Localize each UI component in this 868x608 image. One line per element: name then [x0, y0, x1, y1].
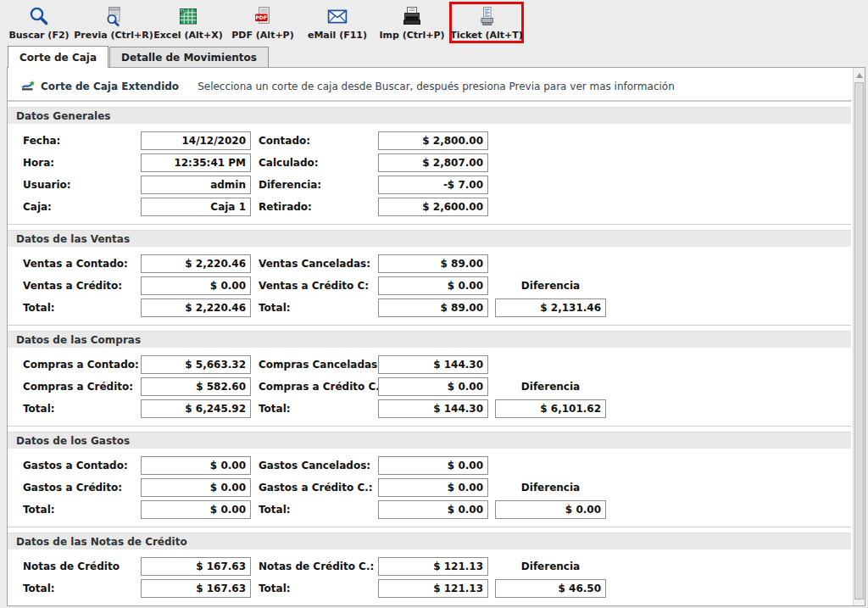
label-ventas-a-credito-c: Ventas a Crédito C: — [259, 280, 378, 292]
label-total: Total: — [259, 302, 378, 314]
field-diferencia[interactable]: $ 2,131.46 — [495, 298, 606, 317]
toolbar-button-email[interactable]: eMail (F11) — [300, 2, 375, 43]
field-caja[interactable]: Caja 1 — [141, 198, 251, 216]
label-diferencia: Diferencia — [495, 561, 606, 572]
field-ventas-a-credito-c[interactable]: $ 0.00 — [378, 276, 488, 295]
data-row: Total:$ 6,245.92Total:$ 144.30$ 6,101.62 — [8, 398, 851, 420]
section-separator — [8, 325, 851, 326]
label-total: Total: — [259, 403, 378, 415]
field-total[interactable]: $ 0.00 — [141, 500, 251, 519]
label-compras-canceladas: Compras Canceladas: — [259, 359, 378, 371]
toolbar-button-label: eMail (F11) — [308, 30, 367, 41]
data-row: Compras a Contado:$ 5,663.32Compras Canc… — [8, 354, 851, 376]
label-retirado: Retirado: — [259, 201, 378, 213]
field-ventas-a-contado[interactable]: $ 2,220.46 — [141, 254, 251, 273]
field-usuario[interactable]: admin — [141, 176, 251, 194]
toolbar-button-ticket[interactable]: Ticket (Alt+T) — [449, 2, 524, 43]
scrollbar-thumb[interactable] — [854, 82, 864, 600]
label-contado: Contado: — [259, 135, 378, 147]
field-retirado[interactable]: $ 2,600.00 — [378, 198, 488, 216]
label-total: Total: — [259, 504, 378, 516]
field-compras-a-contado[interactable]: $ 5,663.32 — [141, 355, 251, 374]
label-notas-de-credito-c: Notas de Crédito C.: — [259, 561, 378, 572]
data-row: Total:$ 167.63Total:$ 121.13$ 46.50 — [8, 577, 851, 600]
field-diferencia[interactable]: $ 46.50 — [495, 579, 606, 598]
data-row: Ventas a Crédito:$ 0.00Ventas a Crédito … — [8, 275, 851, 297]
label-gastos-a-credito-c: Gastos a Crédito C.: — [259, 482, 378, 494]
label-calculado: Calculado: — [259, 157, 378, 169]
page-title: Corte de Caja Extendido — [41, 81, 179, 92]
label-diferencia: Diferencia — [495, 482, 606, 494]
field-gastos-a-credito-c[interactable]: $ 0.00 — [378, 478, 488, 497]
label-gastos-a-credito: Gastos a Crédito: — [23, 482, 141, 494]
section-rows: Gastos a Contado:$ 0.00Gastos Cancelados… — [8, 449, 851, 527]
toolbar-button-label: Excel (Alt+X) — [153, 30, 223, 41]
ticket-icon — [476, 5, 498, 29]
field-diferencia[interactable]: $ 0.00 — [495, 500, 606, 519]
section-header: Datos de las Ventas — [8, 230, 851, 247]
vertical-scrollbar[interactable] — [853, 68, 865, 605]
tab-corte-de-caja[interactable]: Corte de Caja — [8, 46, 108, 68]
field-total[interactable]: $ 2,220.46 — [141, 298, 251, 317]
toolbar-button-excel[interactable]: Excel (Alt+X) — [151, 2, 225, 43]
field-total[interactable]: $ 121.13 — [378, 579, 488, 598]
toolbar-button-label: Imp (Ctrl+P) — [379, 30, 444, 41]
field-total[interactable]: $ 0.00 — [378, 500, 488, 519]
section-separator — [8, 101, 851, 102]
section-header: Datos de los Gastos — [8, 432, 851, 449]
field-ventas-a-credito[interactable]: $ 0.00 — [141, 276, 251, 295]
field-contado[interactable]: $ 2,800.00 — [378, 131, 488, 150]
tab-label: Corte de Caja — [19, 52, 97, 64]
section-title: Datos de las Ventas — [16, 233, 130, 245]
data-row: Notas de Crédito$ 167.63Notas de Crédito… — [8, 555, 851, 577]
data-row: Total:$ 2,220.46Total:$ 89.00$ 2,131.46 — [8, 297, 851, 319]
data-row: Hora:12:35:41 PMCalculado:$ 2,807.00 — [8, 152, 851, 174]
data-row: Compras a Crédito:$ 582.60Compras a Créd… — [8, 376, 851, 398]
label-ventas-a-contado: Ventas a Contado: — [23, 258, 141, 270]
label-notas-de-credito: Notas de Crédito — [23, 561, 141, 572]
toolbar: Buscar (F2)Previa (Ctrl+R)Excel (Alt+X)P… — [0, 0, 868, 45]
toolbar-button-label: PDF (Alt+P) — [231, 30, 293, 41]
field-total[interactable]: $ 167.63 — [141, 579, 251, 598]
field-compras-a-credito[interactable]: $ 582.60 — [141, 377, 251, 396]
field-total[interactable]: $ 89.00 — [378, 298, 488, 317]
field-notas-de-credito-c[interactable]: $ 121.13 — [378, 557, 488, 576]
label-total: Total: — [259, 583, 378, 594]
field-total[interactable]: $ 6,245.92 — [141, 399, 251, 418]
sections-container: Datos GeneralesFecha:14/12/2020Contado:$… — [8, 101, 851, 605]
toolbar-button-buscar[interactable]: Buscar (F2) — [2, 2, 76, 43]
field-gastos-a-credito[interactable]: $ 0.00 — [141, 478, 251, 497]
section-title: Datos de las Compras — [16, 334, 141, 346]
label-total: Total: — [23, 403, 141, 415]
field-diferencia[interactable]: $ 6,101.62 — [495, 399, 606, 418]
section-datos-generales: Datos GeneralesFecha:14/12/2020Contado:$… — [8, 107, 851, 224]
toolbar-button-previa[interactable]: Previa (Ctrl+R) — [76, 2, 151, 43]
svg-text:PDF: PDF — [255, 14, 267, 20]
label-usuario: Usuario: — [23, 179, 141, 191]
field-hora[interactable]: 12:35:41 PM — [141, 153, 251, 172]
label-gastos-a-contado: Gastos a Contado: — [23, 460, 141, 471]
toolbar-button-imp[interactable]: Imp (Ctrl+P) — [375, 2, 449, 43]
section-title: Datos de las Notas de Crédito — [16, 536, 187, 548]
field-gastos-cancelados[interactable]: $ 0.00 — [378, 456, 488, 475]
field-total[interactable]: $ 144.30 — [378, 399, 488, 418]
section-datos-de-las-compras: Datos de las ComprasCompras a Contado:$ … — [8, 331, 851, 426]
field-notas-de-credito[interactable]: $ 167.63 — [141, 557, 251, 576]
field-ventas-canceladas[interactable]: $ 89.00 — [378, 254, 488, 273]
field-calculado[interactable]: $ 2,807.00 — [378, 153, 488, 172]
field-diferencia[interactable]: -$ 7.00 — [378, 176, 488, 194]
field-compras-canceladas[interactable]: $ 144.30 — [378, 355, 488, 374]
section-separator — [8, 426, 851, 427]
label-diferencia: Diferencia — [495, 280, 606, 292]
label-compras-a-credito-c: Compras a Crédito C.: — [259, 381, 378, 393]
section-separator — [8, 527, 851, 527]
section-datos-de-las-ventas: Datos de las VentasVentas a Contado:$ 2,… — [8, 230, 851, 325]
field-compras-a-credito-c[interactable]: $ 0.00 — [378, 377, 488, 396]
field-fecha[interactable]: 14/12/2020 — [141, 131, 251, 150]
print-preview-icon — [103, 5, 125, 29]
tab-detalle-de-movimientos[interactable]: Detalle de Movimientos — [109, 47, 269, 67]
toolbar-button-pdf[interactable]: PDFPDF (Alt+P) — [225, 2, 300, 43]
field-gastos-a-contado[interactable]: $ 0.00 — [141, 456, 251, 475]
scroll-up-arrow-icon[interactable] — [854, 70, 865, 81]
label-compras-a-credito: Compras a Crédito: — [23, 381, 141, 393]
